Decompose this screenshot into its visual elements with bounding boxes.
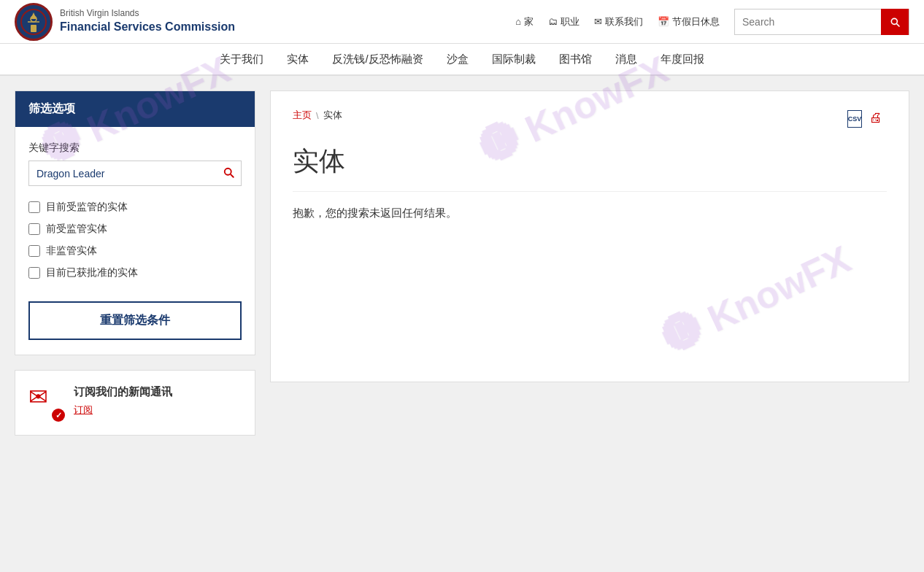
newsletter-text: 订阅我们的新闻通讯 订阅: [74, 385, 172, 417]
top-link-holiday[interactable]: 📅 节假日休息: [658, 15, 720, 28]
checkbox-non[interactable]: 非监管实体: [28, 244, 242, 258]
svg-rect-1: [31, 25, 36, 32]
top-link-contact[interactable]: ✉ 联系我们: [594, 15, 643, 28]
filter-body: 关键字搜索 目前受监管的实体 前受监管实体: [15, 127, 255, 355]
home-icon: ⌂: [515, 16, 521, 27]
envelope-icon: ✉: [28, 385, 63, 409]
checkbox-approved-input[interactable]: [28, 267, 40, 279]
top-links: ⌂ 家 🗂 职业 ✉ 联系我们 📅 节假日休息: [515, 15, 720, 28]
checkbox-approved[interactable]: 目前已获批准的实体: [28, 266, 242, 279]
print-icon[interactable]: 🖨: [869, 110, 887, 128]
logo-text: British Virgin Islands Financial Service…: [60, 8, 235, 34]
keyword-input-wrap: [28, 161, 242, 186]
checkbox-current[interactable]: 目前受监管的实体: [28, 201, 242, 214]
logo-line2: Financial Services Commission: [60, 20, 235, 35]
no-results-message: 抱歉，您的搜索未返回任何结果。: [293, 206, 887, 220]
sidebar: 筛选选项 关键字搜索 目前受监管的实体 前受监管实体: [15, 90, 255, 436]
keyword-search-button[interactable]: [216, 161, 241, 185]
nav-item-sandbox[interactable]: 沙盒: [438, 43, 477, 75]
nav-item-aml[interactable]: 反洗钱/反恐怖融资: [323, 43, 431, 75]
top-link-career[interactable]: 🗂 职业: [548, 15, 580, 28]
check-badge-icon: ✓: [52, 409, 65, 422]
newsletter-title: 订阅我们的新闻通讯: [74, 385, 172, 399]
checkbox-non-input[interactable]: [28, 245, 40, 257]
top-link-home[interactable]: ⌂ 家: [515, 15, 534, 28]
filter-panel: 筛选选项 关键字搜索 目前受监管的实体 前受监管实体: [15, 90, 255, 355]
search-box: [734, 9, 909, 35]
briefcase-icon: 🗂: [548, 16, 558, 27]
search-input[interactable]: [735, 9, 881, 34]
top-right: ⌂ 家 🗂 职业 ✉ 联系我们 📅 节假日休息: [515, 9, 909, 35]
logo-area: British Virgin Islands Financial Service…: [15, 3, 235, 41]
checkbox-current-input[interactable]: [28, 201, 40, 213]
checkbox-list: 目前受监管的实体 前受监管实体 非监管实体 目前已获批准的实体: [28, 201, 242, 279]
nav-item-entity[interactable]: 实体: [278, 43, 317, 75]
search-button[interactable]: [881, 9, 909, 35]
calendar-icon: 📅: [658, 16, 669, 27]
nav-bar: 关于我们 实体 反洗钱/反恐怖融资 沙盒 国际制裁 图书馆 消息 年度回报: [0, 44, 924, 76]
page-heading: 实体: [293, 144, 887, 192]
top-bar: British Virgin Islands Financial Service…: [0, 0, 924, 44]
main-content: 主页 \ 实体 CSV 🖨 实体 抱歉，您的搜索未返回任何结果。: [270, 90, 909, 436]
csv-button[interactable]: CSV: [847, 110, 862, 128]
nav-item-sanctions[interactable]: 国际制裁: [483, 43, 544, 75]
content-toolbar: CSV 🖨: [847, 110, 887, 128]
newsletter-panel: ✉ ✓ 订阅我们的新闻通讯 订阅: [15, 370, 255, 436]
mail-icon: ✉: [594, 16, 602, 27]
main-layout: 筛选选项 关键字搜索 目前受监管的实体 前受监管实体: [0, 76, 924, 450]
nav-item-annual[interactable]: 年度回报: [652, 43, 713, 75]
breadcrumb-current: 实体: [323, 109, 342, 122]
breadcrumb: 主页 \ 实体: [293, 109, 342, 122]
nav-item-news[interactable]: 消息: [607, 43, 646, 75]
subscribe-link[interactable]: 订阅: [74, 404, 93, 415]
keyword-label: 关键字搜索: [28, 142, 242, 155]
checkbox-former[interactable]: 前受监管实体: [28, 223, 242, 236]
breadcrumb-home[interactable]: 主页: [293, 109, 312, 122]
nav-item-about[interactable]: 关于我们: [211, 43, 272, 75]
checkbox-former-input[interactable]: [28, 223, 40, 235]
breadcrumb-sep: \: [316, 110, 319, 121]
newsletter-icon: ✉ ✓: [28, 385, 63, 420]
reset-button[interactable]: 重置筛选条件: [28, 301, 242, 340]
content-panel: 主页 \ 实体 CSV 🖨 实体 抱歉，您的搜索未返回任何结果。: [270, 90, 909, 382]
csv-icon: CSV: [847, 110, 862, 128]
filter-header: 筛选选项: [15, 91, 255, 127]
logo-line1: British Virgin Islands: [60, 8, 235, 20]
logo-icon: [15, 3, 53, 41]
nav-item-library[interactable]: 图书馆: [550, 43, 601, 75]
keyword-input[interactable]: [29, 162, 216, 185]
